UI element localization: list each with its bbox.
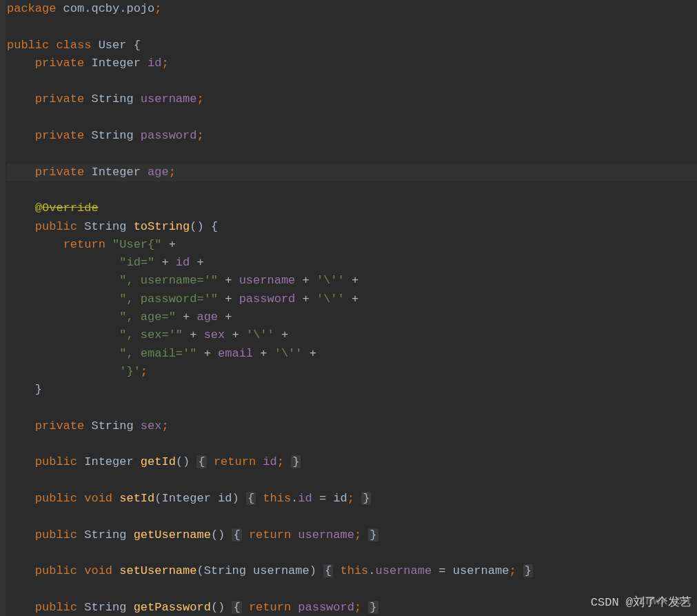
code-line: private Integer id; (7, 54, 697, 72)
watermark-author: CSDN @刘了个发艺 (591, 594, 691, 612)
code-line (7, 508, 697, 526)
code-line: package com.qcby.pojo; (7, 0, 697, 18)
editor-gutter (0, 0, 6, 616)
code-line: public class User { (7, 37, 697, 54)
code-line: public String getUsername() { return use… (7, 526, 697, 544)
code-line: private String username; (7, 90, 697, 108)
code-line: ", email='" + email + '\'' + (7, 345, 697, 363)
code-line: public Integer getId() { return id; } (7, 453, 697, 471)
code-line: ", username='" + username + '\'' + (7, 272, 697, 290)
code-line: ", password='" + password + '\'' + (7, 290, 697, 308)
code-line (7, 18, 697, 36)
code-line: public void setUsername(String username)… (7, 562, 697, 580)
code-line-highlighted: private Integer age; (7, 163, 697, 181)
code-line (7, 472, 697, 490)
code-line: '}'; (7, 363, 697, 381)
code-line (7, 72, 697, 90)
code-line: public String toString() { (7, 218, 697, 236)
code-line (7, 435, 697, 453)
code-line (7, 544, 697, 562)
code-line: public void setId(Integer id) { this.id … (7, 490, 697, 508)
code-line: ", age=" + age + (7, 308, 697, 326)
code-line (7, 145, 697, 163)
code-line: } (7, 381, 697, 399)
code-line: ", sex='" + sex + '\'' + (7, 326, 697, 344)
code-line: return "User{" + (7, 236, 697, 254)
code-line: private String sex; (7, 417, 697, 435)
code-line: @Override (7, 199, 697, 217)
code-line (7, 109, 697, 127)
code-line (7, 181, 697, 199)
code-editor[interactable]: package com.qcby.pojo; public class User… (0, 0, 697, 616)
code-line (7, 399, 697, 417)
code-line: "id=" + id + (7, 254, 697, 272)
code-line: private String password; (7, 127, 697, 145)
